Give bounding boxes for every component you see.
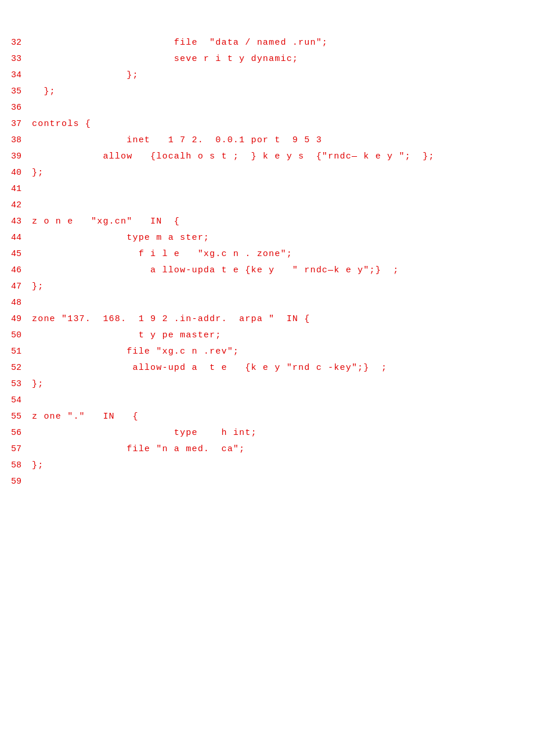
line-number: 32 <box>0 35 32 51</box>
line-number: 59 <box>0 474 32 490</box>
line-content: }; <box>32 165 44 181</box>
line-content: }; <box>32 279 44 295</box>
code-line: 43z o n e "xg.cn" IN { <box>0 214 534 230</box>
line-content: }; <box>32 458 44 474</box>
line-number: 43 <box>0 214 32 230</box>
line-number: 45 <box>0 246 32 262</box>
code-line: 38 inet 1 7 2. 0.0.1 por t 9 5 3 <box>0 132 534 149</box>
line-number: 41 <box>0 181 32 197</box>
code-line: 48 <box>0 295 534 311</box>
line-number: 39 <box>0 149 32 165</box>
line-number: 56 <box>0 425 32 441</box>
line-number: 35 <box>0 84 32 100</box>
line-number: 34 <box>0 67 32 84</box>
line-number: 53 <box>0 376 32 393</box>
code-line: 52 allow-upd a t e {k e y "rnd c -key";}… <box>0 360 534 376</box>
line-content: a llow-upda t e {ke y " rndc—k e y";} ; <box>32 262 399 279</box>
code-line: 49zone "137. 168. 1 9 2 .in-addr. arpa "… <box>0 311 534 327</box>
code-line: 51 file "xg.c n .rev"; <box>0 344 534 360</box>
line-content: }; <box>32 376 44 393</box>
line-content: inet 1 7 2. 0.0.1 por t 9 5 3 <box>32 132 322 149</box>
code-line: 46 a llow-upda t e {ke y " rndc—k e y";}… <box>0 262 534 279</box>
line-content: }; <box>32 67 139 84</box>
code-line: 41 <box>0 181 534 197</box>
code-line: 53}; <box>0 376 534 393</box>
code-line: 37controls { <box>0 116 534 132</box>
code-line: 44 type m a ster; <box>0 230 534 246</box>
line-content: z o n e "xg.cn" IN { <box>32 214 180 230</box>
line-number: 49 <box>0 311 32 327</box>
line-number: 42 <box>0 197 32 214</box>
line-content: allow {localh o s t ; } k e y s {"rndc— … <box>32 149 435 165</box>
code-line: 36 <box>0 100 534 116</box>
code-line: 55z one "." IN { <box>0 409 534 425</box>
line-number: 44 <box>0 230 32 246</box>
code-line: 35 }; <box>0 84 534 100</box>
line-content: file "data / named .run"; <box>32 35 328 51</box>
code-line: 32 file "data / named .run"; <box>0 35 534 51</box>
code-editor: 32 file "data / named .run";33 seve r i … <box>0 35 534 490</box>
line-number: 50 <box>0 327 32 344</box>
line-number: 37 <box>0 116 32 132</box>
code-line: 39 allow {localh o s t ; } k e y s {"rnd… <box>0 149 534 165</box>
line-content: allow-upd a t e {k e y "rnd c -key";} ; <box>32 360 387 376</box>
code-line: 58}; <box>0 458 534 474</box>
line-content: zone "137. 168. 1 9 2 .in-addr. arpa " I… <box>32 311 310 327</box>
line-content: }; <box>32 84 56 100</box>
line-number: 33 <box>0 51 32 67</box>
line-content: file "xg.c n .rev"; <box>32 344 239 360</box>
line-content: z one "." IN { <box>32 409 139 425</box>
line-number: 55 <box>0 409 32 425</box>
code-line: 33 seve r i t y dynamic; <box>0 51 534 67</box>
code-line: 57 file "n a med. ca"; <box>0 441 534 458</box>
code-line: 40}; <box>0 165 534 181</box>
code-line: 59 <box>0 474 534 490</box>
line-content: file "n a med. ca"; <box>32 441 245 458</box>
line-number: 58 <box>0 458 32 474</box>
line-number: 46 <box>0 262 32 279</box>
line-number: 54 <box>0 393 32 409</box>
code-line: 34 }; <box>0 67 534 84</box>
line-content: seve r i t y dynamic; <box>32 51 298 67</box>
line-number: 40 <box>0 165 32 181</box>
code-line: 42 <box>0 197 534 214</box>
line-number: 36 <box>0 100 32 116</box>
line-number: 51 <box>0 344 32 360</box>
line-content: type m a ster; <box>32 230 210 246</box>
line-number: 48 <box>0 295 32 311</box>
code-line: 50 t y pe master; <box>0 327 534 344</box>
line-content: t y pe master; <box>32 327 221 344</box>
code-line: 54 <box>0 393 534 409</box>
line-number: 38 <box>0 132 32 149</box>
code-line: 45 f i l e "xg.c n . zone"; <box>0 246 534 262</box>
code-line: 47}; <box>0 279 534 295</box>
line-content: type h int; <box>32 425 257 441</box>
line-number: 57 <box>0 441 32 458</box>
line-content: controls { <box>32 116 91 132</box>
line-content: f i l e "xg.c n . zone"; <box>32 246 293 262</box>
code-line: 56 type h int; <box>0 425 534 441</box>
line-number: 52 <box>0 360 32 376</box>
line-number: 47 <box>0 279 32 295</box>
